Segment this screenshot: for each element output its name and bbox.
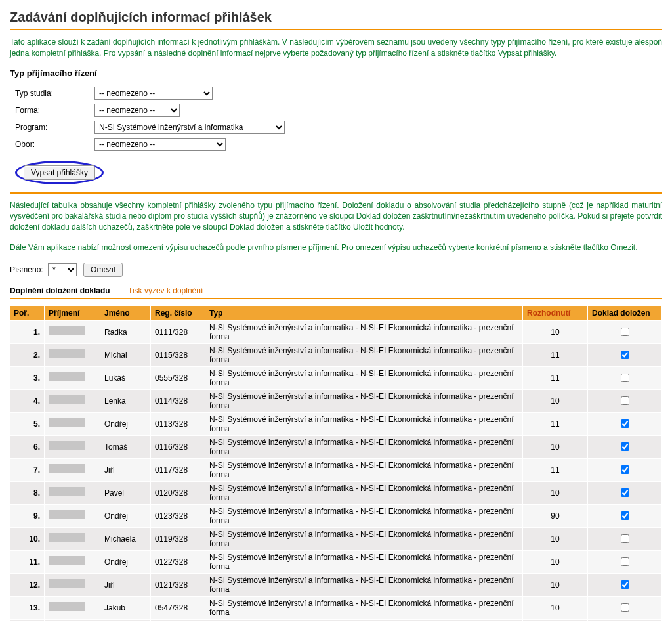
th-rozhodnuti: Rozhodnutí: [523, 306, 588, 321]
cell-jmeno: Radka: [100, 320, 151, 343]
cell-doklad: [588, 481, 662, 504]
pismeno-label: Písmeno:: [10, 265, 43, 274]
cell-prijmeni: [45, 527, 100, 550]
tab-tisk[interactable]: Tisk výzev k doplnění: [128, 286, 203, 295]
cell-por: 12.: [10, 573, 45, 596]
cell-por: 5.: [10, 412, 45, 435]
th-typ: Typ: [205, 306, 523, 321]
table-row: 5.Ondřej0113/328N-SI Systémové inženýrst…: [10, 412, 662, 435]
cell-typ: N-SI Systémové inženýrství a informatika…: [205, 412, 523, 435]
cell-por: 3.: [10, 366, 45, 389]
doklad-checkbox[interactable]: [621, 465, 629, 474]
redacted-surname: [49, 372, 85, 381]
redacted-surname: [49, 395, 85, 404]
doklad-checkbox[interactable]: [621, 488, 629, 497]
pismeno-select[interactable]: *: [48, 263, 77, 276]
th-prijmeni: Příjmení: [45, 306, 100, 321]
cell-reg: 0115/328: [151, 343, 205, 366]
vypsat-button[interactable]: Vypsat přihlášky: [24, 165, 95, 180]
cell-rozhodnuti: 90: [523, 504, 588, 527]
omezit-button[interactable]: Omezit: [83, 263, 123, 277]
redacted-surname: [49, 556, 85, 565]
cell-doklad: [588, 320, 662, 343]
cell-reg: 0113/328: [151, 412, 205, 435]
th-por: Poř.: [10, 306, 45, 321]
cell-prijmeni: [45, 481, 100, 504]
cell-typ: N-SI Systémové inženýrství a informatika…: [205, 320, 523, 343]
cell-rozhodnuti: 11: [523, 343, 588, 366]
cell-por: 2.: [10, 343, 45, 366]
doklad-checkbox[interactable]: [621, 580, 629, 589]
doklad-checkbox[interactable]: [621, 374, 629, 382]
cell-prijmeni: [45, 320, 100, 343]
cell-rozhodnuti: 10: [523, 573, 588, 596]
redacted-surname: [49, 487, 85, 496]
redacted-surname: [49, 602, 85, 611]
forma-select[interactable]: -- neomezeno --: [94, 104, 180, 117]
doklad-checkbox[interactable]: [621, 442, 629, 451]
cell-rozhodnuti: 10: [523, 527, 588, 550]
cell-por: 7.: [10, 458, 45, 481]
cell-prijmeni: [45, 504, 100, 527]
cell-typ: N-SI Systémové inženýrství a informatika…: [205, 527, 523, 550]
cell-por: 4.: [10, 389, 45, 412]
cell-jmeno: Jakub: [100, 596, 151, 619]
cell-prijmeni: [45, 412, 100, 435]
table-row: 8.Pavel0120/328N-SI Systémové inženýrstv…: [10, 481, 662, 504]
cell-prijmeni: [45, 343, 100, 366]
doklad-checkbox[interactable]: [621, 534, 629, 543]
intro-text-1: Tato aplikace slouží k zadání doplňující…: [10, 37, 662, 59]
page-title: Zadávání doplňujících informací přihláše…: [10, 10, 662, 25]
redacted-surname: [49, 349, 85, 358]
cell-prijmeni: [45, 596, 100, 619]
doklad-checkbox[interactable]: [621, 557, 629, 566]
cell-reg: 0555/328: [151, 366, 205, 389]
doklad-checkbox[interactable]: [621, 511, 629, 520]
cell-prijmeni: [45, 458, 100, 481]
doklad-checkbox[interactable]: [621, 419, 629, 428]
cell-jmeno: Pavel: [100, 481, 151, 504]
cell-rozhodnuti: 11: [523, 458, 588, 481]
cell-doklad: [588, 527, 662, 550]
doklad-checkbox[interactable]: [621, 603, 629, 612]
cell-typ: N-SI Systémové inženýrství a informatika…: [205, 366, 523, 389]
divider: [10, 192, 662, 194]
doklad-checkbox[interactable]: [621, 351, 629, 359]
th-jmeno: Jméno: [100, 306, 151, 321]
cell-doklad: [588, 412, 662, 435]
cell-reg: 0119/328: [151, 527, 205, 550]
divider: [10, 29, 662, 30]
table-row: 12.Jiří0121/328N-SI Systémové inženýrstv…: [10, 573, 662, 596]
doklad-checkbox[interactable]: [621, 396, 629, 405]
table-row: 4.Lenka0114/328N-SI Systémové inženýrstv…: [10, 389, 662, 412]
cell-jmeno: Ondřej: [100, 504, 151, 527]
program-select[interactable]: N-SI Systémové inženýrství a informatika: [94, 121, 285, 134]
cell-reg: 0111/328: [151, 320, 205, 343]
cell-reg: 0116/328: [151, 435, 205, 458]
cell-por: 9.: [10, 504, 45, 527]
redacted-surname: [49, 533, 85, 542]
redacted-surname: [49, 326, 85, 335]
doklad-checkbox[interactable]: [621, 328, 629, 336]
cell-reg: 0121/328: [151, 573, 205, 596]
filter-form: Typ studia: -- neomezeno -- Forma: -- ne…: [15, 85, 289, 153]
cell-jmeno: Michaela: [100, 527, 151, 550]
obor-select[interactable]: -- neomezeno --: [94, 138, 226, 151]
tab-doplneni[interactable]: Doplnění doložení dokladu: [10, 286, 110, 295]
section-title: Typ přijímacího řízení: [10, 68, 662, 78]
cell-prijmeni: [45, 435, 100, 458]
cell-doklad: [588, 343, 662, 366]
cell-doklad: [588, 458, 662, 481]
cell-doklad: [588, 504, 662, 527]
cell-prijmeni: [45, 573, 100, 596]
cell-rozhodnuti: 10: [523, 435, 588, 458]
cell-por: 8.: [10, 481, 45, 504]
cell-jmeno: Ondřej: [100, 412, 151, 435]
table-row: 13.Jakub0547/328N-SI Systémové inženýrst…: [10, 596, 662, 619]
cell-reg: 0120/328: [151, 481, 205, 504]
table-row: 2.Michal0115/328N-SI Systémové inženýrst…: [10, 343, 662, 366]
redacted-surname: [49, 579, 85, 588]
cell-typ: N-SI Systémové inženýrství a informatika…: [205, 458, 523, 481]
cell-por: 13.: [10, 596, 45, 619]
typ-studia-select[interactable]: -- neomezeno --: [94, 87, 213, 100]
